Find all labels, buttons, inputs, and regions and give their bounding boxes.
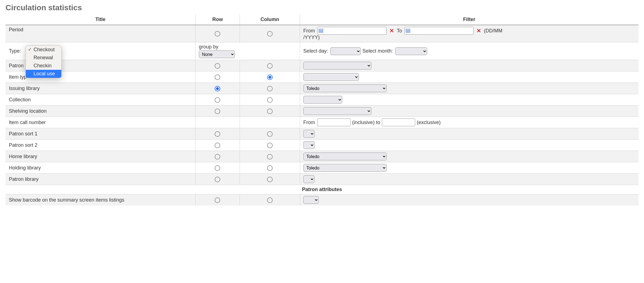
home-library-label: Home library	[9, 154, 37, 159]
type-option-renewal[interactable]: Renewal	[26, 54, 61, 62]
show-barcode-column-radio[interactable]	[267, 197, 273, 203]
page-title: Circulation statistics	[6, 3, 638, 12]
item-call-number-label: Item call number	[9, 120, 46, 125]
period-to-label: To	[397, 28, 402, 34]
patron-sort2-label: Patron sort 2	[9, 142, 37, 148]
patron-category-column-radio[interactable]	[267, 63, 273, 69]
collection-label: Collection	[9, 97, 31, 102]
patron-sort2-filter-select[interactable]	[303, 141, 315, 149]
section-patron-attributes: Patron attributes	[6, 185, 638, 194]
shelving-location-column-radio[interactable]	[267, 109, 273, 114]
row-patron-sort2: Patron sort 2	[6, 140, 638, 151]
patron-library-label: Patron library	[9, 176, 39, 182]
patron-category-filter-select[interactable]	[303, 62, 371, 70]
row-holding-library: Holding library Toledo	[6, 162, 638, 174]
type-dropdown-popup[interactable]: CheckoutRenewalCheckinLocal use	[26, 45, 62, 78]
row-show-barcode: Show barcode on the summary screen items…	[6, 194, 638, 206]
calendar-icon	[319, 29, 323, 33]
row-item-type: Item typ	[6, 71, 638, 83]
holding-library-column-radio[interactable]	[267, 165, 273, 171]
patron-category-row-radio[interactable]	[215, 63, 220, 69]
patron-sort2-column-radio[interactable]	[267, 143, 273, 148]
shelving-location-filter-select[interactable]	[303, 107, 371, 115]
patron-sort1-row-radio[interactable]	[215, 131, 220, 137]
holding-library-row-radio[interactable]	[215, 165, 220, 171]
show-barcode-filter-select[interactable]	[303, 196, 319, 204]
item-type-column-radio[interactable]	[267, 74, 273, 80]
group-by-select[interactable]: None	[199, 50, 235, 58]
row-patron-sort1: Patron sort 1	[6, 128, 638, 140]
patron-sort1-label: Patron sort 1	[9, 131, 37, 137]
type-option-checkout[interactable]: Checkout	[26, 46, 61, 54]
period-from-input[interactable]	[324, 27, 385, 34]
show-barcode-label: Show barcode on the summary screen items…	[9, 197, 124, 203]
holding-library-filter-select[interactable]: Toledo	[303, 164, 387, 172]
select-month-label: Select month:	[362, 48, 393, 54]
collection-row-radio[interactable]	[215, 97, 220, 103]
patron-sort1-filter-select[interactable]	[303, 130, 315, 138]
period-format-hint2: /YYYY)	[303, 35, 320, 40]
call-number-inclusive-to: (inclusive) to	[352, 120, 380, 125]
issuing-library-label: Issuing library	[9, 86, 40, 91]
home-library-filter-select[interactable]: Toledo	[303, 153, 387, 160]
row-item-call-number: Item call number From (inclusive) to (ex…	[6, 117, 638, 128]
group-by-label: group by	[199, 44, 218, 50]
patron-library-row-radio[interactable]	[215, 177, 220, 182]
row-issuing-library: Issuing library Toledo	[6, 83, 638, 94]
home-library-row-radio[interactable]	[215, 154, 220, 159]
issuing-library-row-radio[interactable]	[215, 86, 220, 91]
item-type-label: Item typ	[9, 74, 27, 80]
period-row-radio[interactable]	[215, 31, 220, 37]
period-label: Period	[9, 27, 23, 32]
period-to-clear-icon[interactable]: ✕	[475, 28, 482, 34]
select-day-label: Select day:	[303, 48, 328, 54]
select-month-select[interactable]	[395, 47, 427, 55]
call-number-from-label: From	[303, 120, 315, 125]
item-type-row-radio[interactable]	[215, 74, 220, 80]
item-type-filter-select[interactable]	[303, 73, 359, 81]
patron-library-filter-select[interactable]	[303, 175, 315, 183]
period-to-input[interactable]	[411, 27, 472, 34]
type-label: Type:	[9, 48, 21, 54]
period-format-hint1: (DD/MM	[484, 28, 503, 34]
holding-library-label: Holding library	[9, 165, 41, 171]
patron-library-column-radio[interactable]	[267, 177, 273, 182]
patron-sort1-column-radio[interactable]	[267, 131, 273, 137]
home-library-column-radio[interactable]	[267, 154, 273, 159]
type-option-local-use[interactable]: Local use	[26, 70, 61, 78]
collection-column-radio[interactable]	[267, 97, 273, 103]
shelving-location-row-radio[interactable]	[215, 109, 220, 114]
header-row: Row	[196, 14, 240, 25]
issuing-library-column-radio[interactable]	[267, 86, 273, 91]
header-title: Title	[6, 14, 196, 25]
period-from-label: From	[303, 28, 315, 34]
calendar-icon	[406, 29, 410, 33]
period-column-radio[interactable]	[267, 31, 273, 37]
period-from-clear-icon[interactable]: ✕	[388, 28, 395, 34]
section-header-label: Patron attributes	[6, 185, 638, 194]
period-to-date[interactable]	[404, 27, 474, 35]
call-number-to-input[interactable]	[382, 119, 415, 126]
header-column: Column	[240, 14, 300, 25]
row-patron-library: Patron library	[6, 174, 638, 185]
patron-category-label: Patron	[9, 63, 24, 68]
type-option-checkin[interactable]: Checkin	[26, 62, 61, 70]
issuing-library-filter-select[interactable]: Toledo	[303, 84, 387, 92]
row-home-library: Home library Toledo	[6, 151, 638, 162]
row-period: Period From ✕ To ✕	[6, 25, 638, 42]
period-from-date[interactable]	[317, 27, 387, 35]
select-day-select[interactable]	[330, 47, 361, 55]
row-patron-category: Patron	[6, 60, 638, 71]
call-number-from-input[interactable]	[317, 119, 351, 126]
show-barcode-row-radio[interactable]	[215, 197, 220, 203]
row-shelving-location: Shelving location	[6, 106, 638, 117]
shelving-location-label: Shelving location	[9, 108, 47, 114]
row-type: Type: CheckoutRenewalCheckinLocal use gr…	[6, 42, 638, 60]
statistics-table: Title Row Column Filter Period From ✕	[6, 14, 638, 205]
header-filter: Filter	[300, 14, 638, 25]
collection-filter-select[interactable]	[303, 96, 342, 104]
patron-sort2-row-radio[interactable]	[215, 143, 220, 148]
row-collection: Collection	[6, 94, 638, 106]
call-number-exclusive: (exclusive)	[417, 120, 441, 125]
